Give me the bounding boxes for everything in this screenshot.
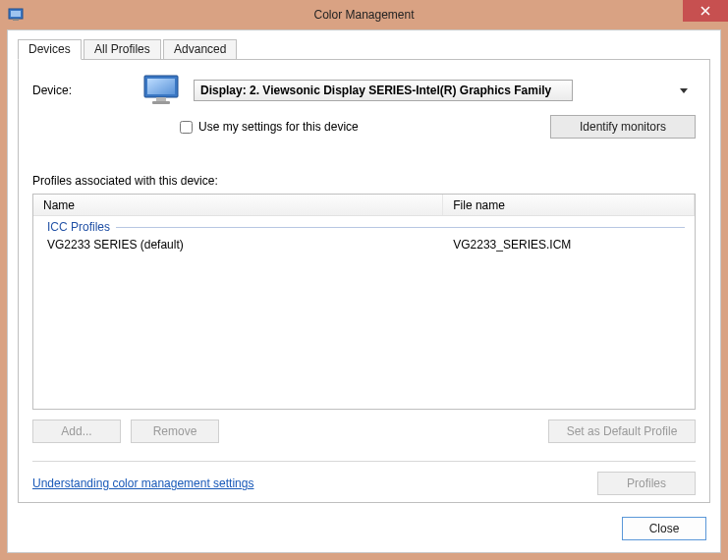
titlebar: Color Management: [0, 0, 728, 29]
device-select[interactable]: Display: 2. Viewsonic Display SERIES-Int…: [194, 80, 573, 101]
client-area: Devices All Profiles Advanced Device:: [7, 29, 721, 553]
profiles-listview[interactable]: Name File name ICC Profiles VG2233 SERIE…: [32, 194, 696, 410]
use-my-settings-input[interactable]: [180, 121, 193, 134]
settings-row: Use my settings for this device Identify…: [32, 115, 696, 139]
tab-panel-devices: Device: Display: 2. Viewsonic Display SE…: [18, 59, 710, 503]
svg-rect-2: [13, 19, 19, 21]
svg-rect-1: [11, 11, 21, 17]
close-window-button[interactable]: [683, 0, 728, 22]
listview-header: Name File name: [33, 195, 695, 216]
device-select-wrap: Display: 2. Viewsonic Display SERIES-Int…: [194, 80, 696, 101]
group-divider: [116, 227, 685, 228]
profiles-button[interactable]: Profiles: [597, 472, 696, 495]
profiles-caption: Profiles associated with this device:: [32, 174, 696, 188]
divider: [32, 461, 696, 462]
use-my-settings-label: Use my settings for this device: [198, 120, 359, 134]
svg-rect-6: [152, 101, 170, 104]
column-file[interactable]: File name: [443, 195, 695, 215]
column-name[interactable]: Name: [33, 195, 443, 215]
identify-monitors-button[interactable]: Identify monitors: [550, 115, 696, 139]
app-icon: [8, 7, 24, 23]
dialog-footer: Close: [622, 517, 706, 540]
window-title: Color Management: [0, 8, 728, 22]
device-label: Device:: [32, 84, 131, 97]
tab-devices[interactable]: Devices: [18, 39, 82, 60]
profile-buttons-row: Add... Remove Set as Default Profile: [32, 420, 696, 443]
use-my-settings-checkbox[interactable]: Use my settings for this device: [180, 120, 359, 134]
group-label: ICC Profiles: [47, 220, 110, 234]
profile-name: VG2233 SERIES (default): [33, 238, 443, 252]
remove-button[interactable]: Remove: [131, 420, 219, 443]
svg-rect-4: [147, 79, 175, 94]
close-button[interactable]: Close: [622, 517, 706, 540]
understanding-link[interactable]: Understanding color management settings: [32, 476, 253, 490]
svg-rect-5: [156, 97, 166, 101]
tab-all-profiles[interactable]: All Profiles: [84, 39, 161, 60]
tabs: Devices All Profiles Advanced: [8, 30, 720, 60]
bottom-row: Understanding color management settings …: [32, 472, 696, 495]
list-item[interactable]: VG2233 SERIES (default) VG2233_SERIES.IC…: [33, 236, 695, 253]
monitor-icon: [142, 74, 182, 107]
set-default-button[interactable]: Set as Default Profile: [548, 420, 696, 443]
tab-advanced[interactable]: Advanced: [163, 39, 237, 60]
device-row: Device: Display: 2. Viewsonic Display SE…: [32, 74, 696, 107]
add-button[interactable]: Add...: [32, 420, 121, 443]
profile-file: VG2233_SERIES.ICM: [443, 238, 695, 252]
listview-group-icc: ICC Profiles: [33, 216, 695, 236]
color-management-window: Color Management Devices All Profiles Ad…: [0, 0, 728, 560]
